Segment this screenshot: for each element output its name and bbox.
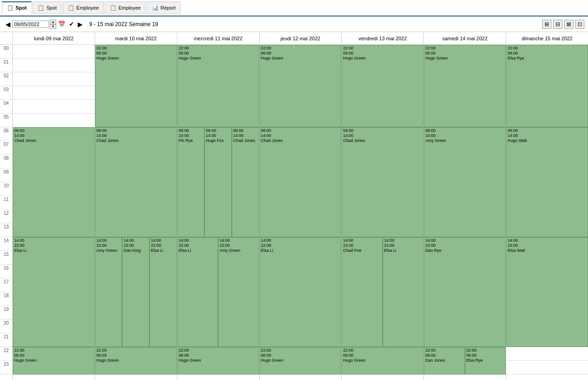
hour-row-mon-3 <box>13 86 95 100</box>
view-week-btn[interactable]: ⊞ <box>542 20 551 29</box>
day-header-thu: jeudi 12 mai 2022 <box>260 32 342 45</box>
shift-tue[interactable]: 22:00 06:00 Hugo Green <box>95 347 177 375</box>
top-nav: 📋 Spot 📋 Spot 📋 Employee 📋 Employee 📊 Re… <box>0 0 588 16</box>
tab-spot2-label: Spot <box>46 5 57 11</box>
employee1-icon: 📋 <box>68 5 75 11</box>
spot1-icon: 📋 <box>7 5 14 11</box>
shift-tue[interactable]: 22:00 06:00 Hugo Green <box>95 45 177 127</box>
time-column: 0001020304050607080910111213141516171819… <box>0 32 13 380</box>
shift-sat[interactable]: 22:00 06:00 Dan Jones <box>424 347 465 375</box>
day-body-thu: 22:00 06:00 Hugo Green06:00 14:00 Chad J… <box>260 45 342 375</box>
view-list-btn[interactable]: ⊟ <box>553 20 562 29</box>
shift-wed[interactable]: 06:00 14:00 Flo Rye <box>177 127 205 237</box>
date-spin-up[interactable]: ▲ <box>50 20 56 24</box>
tab-employee2-label: Employee <box>118 5 141 11</box>
employee2-icon: 📋 <box>110 5 117 11</box>
time-cell-20: 20 <box>0 320 12 333</box>
tab-report[interactable]: 📊 Report <box>147 1 181 14</box>
toolbar: ◀ ▲ ▼ 📅 ✔ ▶ 9 - 15 mai 2022 Semaine 19 ⊞… <box>0 16 588 32</box>
view-compact-btn[interactable]: ⊡ <box>575 20 584 29</box>
day-body-sat: 22:00 06:00 Hugo Green06:00 14:00 Amy Gr… <box>424 45 506 375</box>
spot2-icon: 📋 <box>37 5 44 11</box>
time-cell-16: 16 <box>0 265 12 278</box>
shift-tue[interactable]: 14:00 22:00 Elsa Li <box>150 237 177 347</box>
shift-sat[interactable]: 22:00 06:00 Hugo Green <box>424 45 506 127</box>
hour-row-mon-1 <box>13 59 95 72</box>
calendar-icon-btn[interactable]: 📅 <box>56 20 67 28</box>
shift-fri[interactable]: 14:00 22:00 Chad Poe <box>342 237 382 347</box>
tab-spot1[interactable]: 📋 Spot <box>2 1 32 14</box>
date-input[interactable] <box>12 21 49 28</box>
shift-wed[interactable]: 06:00 14:00 Hugo Fox <box>204 127 232 237</box>
shift-tue[interactable]: 14:00 22:00 Dan King <box>122 237 150 347</box>
shift-fri[interactable]: 14:00 22:00 Elsa Li <box>383 237 423 347</box>
shift-mon[interactable]: 22:00 06:00 Hugo Green <box>13 347 95 375</box>
shift-thu[interactable]: 14:00 22:00 Elsa Li <box>260 237 342 347</box>
time-cell-17: 17 <box>0 278 12 292</box>
view-grid-btn[interactable]: ⊠ <box>564 20 573 29</box>
shift-sun[interactable]: 14:00 22:00 Elsa Watt <box>506 237 588 347</box>
hour-row-sun-22 <box>506 347 588 361</box>
tab-employee1[interactable]: 📋 Employee <box>63 1 104 14</box>
tab-employee1-label: Employee <box>76 5 99 11</box>
prev-button[interactable]: ◀ <box>4 20 12 29</box>
hour-row-mon-5 <box>13 114 95 127</box>
shift-tue[interactable]: 06:00 14:00 Chad Jones <box>95 127 177 237</box>
tab-spot2[interactable]: 📋 Spot <box>32 1 62 14</box>
time-cell-07: 07 <box>0 141 12 155</box>
time-cell-15: 15 <box>0 251 12 265</box>
time-cell-21: 21 <box>0 333 12 347</box>
time-cell-13: 13 <box>0 223 12 237</box>
hour-row-mon-4 <box>13 100 95 114</box>
view-icons: ⊞ ⊟ ⊠ ⊡ <box>542 20 584 29</box>
shift-fri[interactable]: 22:00 06:00 Hugo Green <box>342 45 423 127</box>
tab-spot1-label: Spot <box>16 5 27 11</box>
shift-sat[interactable]: 22:00 06:00 Elsa Rye <box>465 347 506 375</box>
day-col-sun: dimanche 15 mai 202222:00 06:00 Elsa Rye… <box>506 32 588 380</box>
time-cell-22: 22 <box>0 347 12 361</box>
shift-tue[interactable]: 14:00 22:00 Amy Green <box>95 237 123 347</box>
shift-wed[interactable]: 14:00 22:00 Elsa Li <box>177 237 218 347</box>
shift-thu[interactable]: 22:00 06:00 Hugo Green <box>260 347 342 375</box>
shift-sat[interactable]: 14:00 22:00 Dan Rye <box>424 237 506 347</box>
shift-fri[interactable]: 06:00 14:00 Chad Jones <box>342 127 423 237</box>
day-col-tue: mardi 10 mai 202222:00 06:00 Hugo Green0… <box>95 32 177 380</box>
calendar-container: 0001020304050607080910111213141516171819… <box>0 32 588 380</box>
day-col-mon: lundi 09 mai 202206:00 14:00 Chad Jones1… <box>13 32 95 380</box>
time-cell-05: 05 <box>0 114 12 127</box>
time-cell-04: 04 <box>0 100 12 114</box>
shift-sun[interactable]: 06:00 14:00 Hugo Watt <box>506 127 588 237</box>
shift-thu[interactable]: 06:00 14:00 Chad Jones <box>260 127 342 237</box>
time-cell-02: 02 <box>0 72 12 86</box>
hour-row-mon-0 <box>13 45 95 59</box>
week-label: 9 - 15 mai 2022 Semaine 19 <box>89 21 158 27</box>
time-cell-08: 08 <box>0 155 12 168</box>
day-header-wed: mercredi 11 mai 2022 <box>177 32 259 45</box>
hour-row-sun-23 <box>506 361 588 375</box>
check-icon-btn[interactable]: ✔ <box>67 20 76 28</box>
shift-mon[interactable]: 14:00 22:00 Elsa Li <box>13 237 95 347</box>
shift-wed[interactable]: 06:00 14:00 Chad Jones <box>232 127 259 237</box>
shift-wed[interactable]: 22:00 06:00 Hugo Green <box>177 45 259 127</box>
date-spin-down[interactable]: ▼ <box>50 24 56 29</box>
shift-wed[interactable]: 14:00 22:00 Amy Green <box>218 237 259 347</box>
time-cell-12: 12 <box>0 210 12 223</box>
shift-thu[interactable]: 22:00 06:00 Hugo Green <box>260 45 342 127</box>
shift-fri[interactable]: 22:00 06:00 Hugo Green <box>342 347 423 375</box>
tab-employee2[interactable]: 📋 Employee <box>105 1 146 14</box>
day-col-wed: mercredi 11 mai 202222:00 06:00 Hugo Gre… <box>177 32 260 380</box>
shift-wed[interactable]: 22:00 06:00 Hugo Green <box>177 347 259 375</box>
time-cell-11: 11 <box>0 196 12 210</box>
day-header-sun: dimanche 15 mai 2022 <box>506 32 588 45</box>
days-grid: lundi 09 mai 202206:00 14:00 Chad Jones1… <box>13 32 588 380</box>
shift-mon[interactable]: 06:00 14:00 Chad Jones <box>13 127 95 237</box>
day-header-mon: lundi 09 mai 2022 <box>13 32 95 45</box>
day-col-fri: vendredi 13 mai 202222:00 06:00 Hugo Gre… <box>342 32 424 380</box>
next-button[interactable]: ▶ <box>76 20 85 29</box>
shift-sat[interactable]: 06:00 14:00 Amy Green <box>424 127 506 237</box>
time-cell-09: 09 <box>0 168 12 182</box>
day-header-sat: samedi 14 mai 2022 <box>424 32 506 45</box>
time-cell-00: 00 <box>0 45 12 59</box>
day-header-tue: mardi 10 mai 2022 <box>95 32 177 45</box>
shift-sun[interactable]: 22:00 06:00 Elsa Rye <box>506 45 588 127</box>
